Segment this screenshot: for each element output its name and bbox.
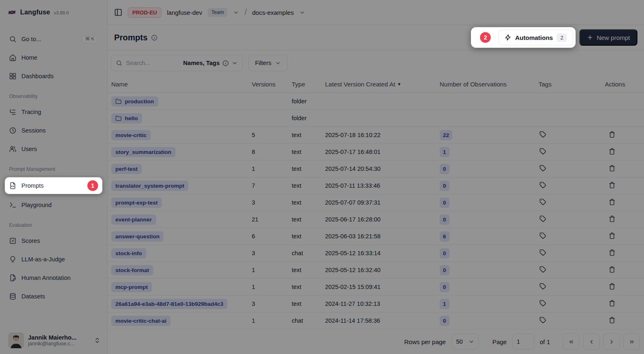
page-number-input[interactable]	[512, 334, 534, 349]
org-type-badge[interactable]: Team	[208, 8, 228, 17]
user-menu[interactable]: Jannik Maierho... jannik@langfuse.c...	[0, 328, 107, 354]
automations-button[interactable]: Automations 2	[499, 30, 573, 45]
prompt-name-badge[interactable]: mcp-prompt	[111, 282, 152, 292]
sidebar-toggle-icon[interactable]	[114, 8, 122, 16]
observations-count-badge[interactable]: 0	[440, 282, 450, 292]
delete-prompt-button[interactable]	[609, 148, 616, 155]
delete-prompt-button[interactable]	[609, 182, 616, 189]
sidebar-item-datasets[interactable]: Datasets	[5, 289, 102, 304]
sidebar-item-prompts[interactable]: Prompts1	[5, 177, 102, 194]
add-tag-button[interactable]	[539, 283, 546, 290]
observations-count-badge[interactable]: 0	[440, 198, 450, 208]
observations-count-badge[interactable]: 0	[440, 316, 450, 326]
observations-count-badge[interactable]: 0	[440, 265, 450, 275]
prompt-name-badge[interactable]: stock-format	[111, 265, 153, 275]
delete-prompt-button[interactable]	[609, 317, 616, 324]
environment-badge[interactable]: PROD-EU	[128, 7, 162, 18]
table-row-movie-critic-chat-ai[interactable]: movie-critic-chat-ai 1 chat 2024-11-14 1…	[108, 312, 644, 329]
prompt-name-badge[interactable]: perf-test	[111, 164, 142, 174]
observations-count-badge[interactable]: 1	[440, 299, 450, 309]
new-prompt-button[interactable]: New prompt	[579, 29, 637, 46]
add-tag-button[interactable]	[539, 249, 546, 256]
delete-prompt-button[interactable]	[609, 283, 616, 290]
table-row-story-summarization[interactable]: story_summarization 8 text 2025-07-17 16…	[108, 144, 644, 161]
prompt-name-badge[interactable]: story_summarization	[111, 147, 176, 157]
breadcrumb-org[interactable]: langfuse-dev	[167, 9, 202, 16]
sidebar-item-human-annotation[interactable]: Human Annotation	[5, 270, 102, 285]
table-row-26a61a94-e3ab-48d7-81e0-13b929bad4c3[interactable]: 26a61a94-e3ab-48d7-81e0-13b929bad4c3 3 t…	[108, 296, 644, 312]
column-header-versions[interactable]: Versions	[252, 81, 292, 88]
table-row-mcp-prompt[interactable]: mcp-prompt 1 text 2025-02-15 15:09:41 0	[108, 279, 644, 296]
observations-count-badge[interactable]: 0	[440, 214, 450, 225]
folder-badge[interactable]: hello	[111, 113, 142, 123]
table-row-translator-system-prompt[interactable]: translator_system-prompt 7 text 2025-07-…	[108, 177, 644, 194]
table-row-hello[interactable]: hello folder	[108, 110, 644, 127]
sidebar-item-home[interactable]: Home	[5, 50, 102, 65]
observations-count-badge[interactable]: 0	[440, 164, 450, 174]
add-tag-button[interactable]	[539, 131, 546, 138]
delete-prompt-button[interactable]	[609, 232, 616, 239]
sidebar-item-llm-as-a-judge[interactable]: LLM-as-a-Judge	[5, 252, 102, 267]
observations-count-badge[interactable]: 0	[440, 248, 450, 259]
rows-per-page-select[interactable]: 50	[452, 334, 479, 349]
delete-prompt-button[interactable]	[609, 215, 616, 222]
add-tag-button[interactable]	[539, 148, 546, 155]
next-page-button[interactable]	[603, 333, 620, 350]
delete-prompt-button[interactable]	[609, 300, 616, 307]
table-row-production[interactable]: production folder	[108, 93, 644, 110]
table-row-movie-critic[interactable]: movie-critic 5 text 2025-07-18 16:10:22 …	[108, 127, 644, 144]
info-icon[interactable]	[151, 35, 157, 41]
sidebar-item-scores[interactable]: Scores	[5, 233, 102, 248]
breadcrumb-project[interactable]: docs-examples	[252, 9, 294, 16]
prompt-name-badge[interactable]: translator_system-prompt	[111, 181, 188, 191]
prompt-name-badge[interactable]: answer-question	[111, 231, 164, 242]
prompt-name-badge[interactable]: stock-info	[111, 248, 146, 259]
add-tag-button[interactable]	[539, 266, 546, 273]
sidebar-item-dashboards[interactable]: Dashboards	[5, 69, 102, 84]
table-row-answer-question[interactable]: answer-question 6 text 2025-06-03 16:21:…	[108, 228, 644, 245]
observations-count-badge[interactable]: 1	[440, 147, 450, 157]
sidebar-item-sessions[interactable]: Sessions	[5, 123, 102, 138]
prompt-name-badge[interactable]: event-planner	[111, 214, 156, 225]
chevron-down-icon[interactable]	[233, 9, 239, 16]
folder-badge[interactable]: production	[111, 96, 158, 107]
add-tag-button[interactable]	[539, 198, 546, 205]
table-row-stock-format[interactable]: stock-format 1 text 2025-05-12 16:32:40 …	[108, 262, 644, 279]
column-header-number-of-observations[interactable]: Number of Observations	[440, 81, 539, 88]
table-row-perf-test[interactable]: perf-test 1 text 2025-07-14 20:54:30 0	[108, 161, 644, 177]
first-page-button[interactable]	[563, 333, 579, 350]
prev-page-button[interactable]	[583, 333, 600, 350]
prompt-name-badge[interactable]: movie-critic-chat-ai	[111, 316, 171, 326]
delete-prompt-button[interactable]	[609, 198, 616, 205]
add-tag-button[interactable]	[539, 165, 546, 172]
sidebar-item-tracing[interactable]: Tracing	[5, 105, 102, 119]
prompt-name-badge[interactable]: prompt-exp-test	[111, 198, 162, 208]
filters-button[interactable]: Filters	[248, 55, 288, 71]
sidebar-item-users[interactable]: Users	[5, 142, 102, 156]
table-row-event-planner[interactable]: event-planner 21 text 2025-06-17 16:28:0…	[108, 211, 644, 228]
add-tag-button[interactable]	[539, 300, 546, 307]
sidebar-item-goto[interactable]: Go to... ⌘ K	[5, 32, 102, 47]
search-scope-select[interactable]: Names, Tags	[183, 60, 238, 66]
column-header-type[interactable]: Type	[292, 81, 325, 88]
table-row-stock-info[interactable]: stock-info 3 chat 2025-05-12 16:33:14 0	[108, 245, 644, 262]
add-tag-button[interactable]	[539, 317, 546, 324]
prompt-name-badge[interactable]: 26a61a94-e3ab-48d7-81e0-13b929bad4c3	[111, 299, 227, 309]
add-tag-button[interactable]	[539, 215, 546, 222]
delete-prompt-button[interactable]	[609, 249, 616, 256]
sidebar-item-playground[interactable]: Playground	[5, 198, 102, 212]
table-row-prompt-exp-test[interactable]: prompt-exp-test 3 text 2025-07-07 09:37:…	[108, 194, 644, 211]
search-input[interactable]	[126, 60, 180, 66]
delete-prompt-button[interactable]	[609, 266, 616, 273]
chevron-down-icon[interactable]	[299, 9, 305, 16]
delete-prompt-button[interactable]	[609, 165, 616, 172]
observations-count-badge[interactable]: 6	[440, 231, 450, 242]
last-page-button[interactable]	[623, 333, 640, 350]
prompt-name-badge[interactable]: movie-critic	[111, 130, 151, 140]
add-tag-button[interactable]	[539, 182, 546, 189]
column-header-name[interactable]: Name	[111, 81, 252, 88]
observations-count-badge[interactable]: 22	[440, 130, 452, 140]
add-tag-button[interactable]	[539, 232, 546, 239]
column-header-latest-version-created-at[interactable]: Latest Version Created At▼	[325, 81, 440, 88]
delete-prompt-button[interactable]	[609, 131, 616, 138]
